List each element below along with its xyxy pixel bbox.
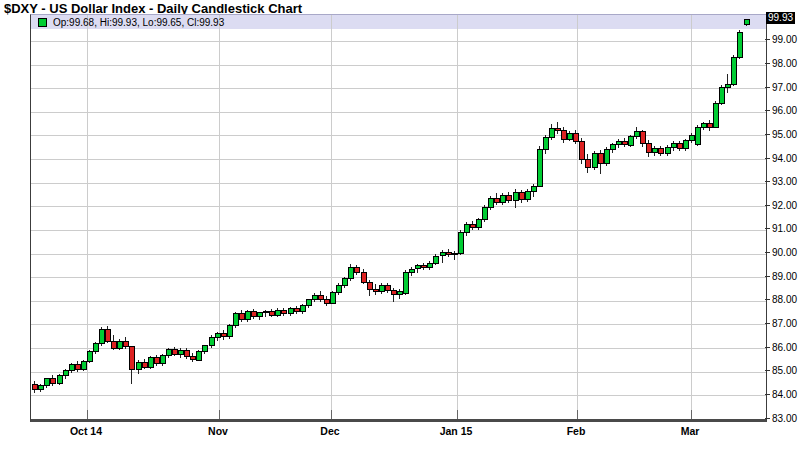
plot-area: Op:99.68, Hi:99.93, Lo:99.65, Cl:99.93 bbox=[30, 14, 767, 422]
y-axis-label: 87.00 bbox=[765, 317, 797, 329]
y-axis-label: 92.00 bbox=[765, 199, 797, 211]
x-axis-label: Jan 15 bbox=[424, 425, 488, 437]
current-price-tag: 99.93 bbox=[766, 12, 795, 24]
y-axis-label: 91.00 bbox=[765, 223, 797, 235]
y-axis-label: 96.00 bbox=[765, 105, 797, 117]
y-axis-label: 94.00 bbox=[765, 152, 797, 164]
y-axis-label: 95.00 bbox=[765, 128, 797, 140]
x-axis-label: Nov bbox=[186, 425, 250, 437]
y-axis-label: 93.00 bbox=[765, 176, 797, 188]
ohlc-legend: Op:99.68, Hi:99.93, Lo:99.65, Cl:99.93 bbox=[38, 17, 224, 28]
y-axis-label: 85.00 bbox=[765, 365, 797, 377]
candlestick-chart-page: $DXY - US Dollar Index - Daily Candlesti… bbox=[0, 0, 800, 454]
y-axis-label: 88.00 bbox=[765, 294, 797, 306]
x-axis-label: Feb bbox=[544, 425, 608, 437]
candle-marker-icon bbox=[38, 18, 47, 27]
candles-plot bbox=[31, 15, 766, 419]
ohlc-legend-text: Op:99.68, Hi:99.93, Lo:99.65, Cl:99.93 bbox=[53, 17, 224, 28]
y-axis-label: 99.00 bbox=[765, 34, 797, 46]
x-axis-label: Dec bbox=[298, 425, 362, 437]
y-axis-label: 83.00 bbox=[765, 412, 797, 424]
x-axis-label: Mar bbox=[658, 425, 722, 437]
x-axis-label: Oct 14 bbox=[54, 425, 118, 437]
y-axis-label: 86.00 bbox=[765, 341, 797, 353]
y-axis-label: 89.00 bbox=[765, 270, 797, 282]
y-axis-label: 98.00 bbox=[765, 58, 797, 70]
y-axis-label: 84.00 bbox=[765, 388, 797, 400]
y-axis-label: 97.00 bbox=[765, 81, 797, 93]
y-axis-label: 90.00 bbox=[765, 247, 797, 259]
